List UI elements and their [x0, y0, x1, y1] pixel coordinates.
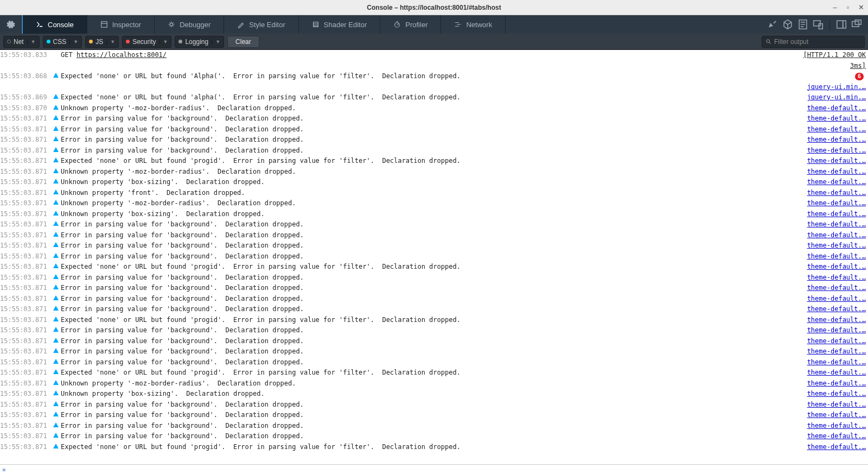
threed-view-button[interactable] — [782, 18, 794, 30]
source-link[interactable]: theme-default.… — [807, 295, 866, 302]
log-row-css-warning[interactable]: 15:55:03.871Expected 'none' or URL but f… — [0, 442, 868, 453]
dock-side-button[interactable] — [835, 18, 847, 30]
log-row-css-warning[interactable]: 15:55:03.871Expected 'none' or URL but f… — [0, 368, 868, 378]
window-minimize-button[interactable]: – — [832, 5, 838, 10]
log-row-css-warning[interactable]: 15:55:03.871Error in parsing value for '… — [0, 421, 868, 432]
tab-debugger[interactable]: Debugger — [155, 15, 224, 34]
log-row-css-warning[interactable]: 15:55:03.871Error in parsing value for '… — [0, 357, 868, 368]
log-row-css-warning[interactable]: 15:55:03.870Unknown property '-moz-borde… — [0, 103, 868, 114]
source-link[interactable]: theme-default.… — [807, 274, 866, 281]
source-link[interactable]: theme-default.… — [807, 210, 866, 218]
source-link[interactable]: theme-default.… — [807, 369, 866, 376]
source-link[interactable]: theme-default.… — [807, 199, 866, 207]
tab-profiler[interactable]: Profiler — [380, 15, 441, 34]
clear-button[interactable]: Clear — [227, 36, 259, 48]
log-row-css-warning[interactable]: 15:55:03.871Error in parsing value for '… — [0, 400, 868, 410]
log-row-css-warning[interactable]: 15:55:03.871Error in parsing value for '… — [0, 230, 868, 241]
source-link[interactable]: theme-default.… — [807, 252, 866, 260]
log-row-css-warning[interactable]: 15:55:03.871Error in parsing value for '… — [0, 325, 868, 336]
source-link[interactable]: jquery-ui.min.… — [807, 93, 866, 101]
settings-gear-button[interactable] — [0, 15, 22, 34]
dock-window-button[interactable] — [851, 18, 863, 30]
log-row-css-warning[interactable]: 15:55:03.871Error in parsing value for '… — [0, 219, 868, 230]
log-row-css-warning[interactable]: 15:55:03.871Unknown property '-moz-borde… — [0, 167, 868, 178]
chevron-down-icon[interactable]: ▼ — [69, 39, 78, 45]
console-output[interactable]: 15:55:03.833GET https://localhost:8001/[… — [0, 50, 868, 464]
chevron-down-icon[interactable]: ▼ — [27, 39, 36, 45]
log-row-css-warning[interactable]: 15:55:03.871Unknown property 'box-sizing… — [0, 389, 868, 400]
log-row-css-warning[interactable]: 15:55:03.871Error in parsing value for '… — [0, 273, 868, 283]
log-row-css-warning[interactable]: 15:55:03.871Unknown property 'box-sizing… — [0, 177, 868, 188]
filter-output-search[interactable] — [762, 36, 865, 48]
source-link[interactable]: theme-default.… — [807, 432, 866, 440]
tab-shader-editor[interactable]: Shader Editor — [299, 15, 381, 34]
source-link[interactable]: theme-default.… — [807, 136, 866, 143]
log-row-css-warning[interactable]: 15:55:03.871Error in parsing value for '… — [0, 251, 868, 262]
source-link[interactable]: theme-default.… — [807, 443, 866, 451]
source-link[interactable]: theme-default.… — [807, 411, 866, 419]
tab-inspector[interactable]: Inspector — [87, 15, 155, 34]
paint-flash-button[interactable] — [767, 18, 778, 30]
tab-network[interactable]: Network — [441, 15, 506, 34]
filter-logging-button[interactable]: Logging ▼ — [175, 36, 224, 48]
source-link[interactable]: theme-default.… — [807, 168, 866, 175]
log-row-css-warning[interactable]: 15:55:03.868Expected 'none' or URL but f… — [0, 71, 868, 92]
window-maximize-button[interactable]: ▫ — [845, 5, 851, 10]
source-link[interactable]: theme-default.… — [807, 147, 866, 154]
log-row-css-warning[interactable]: 15:55:03.871Error in parsing value for '… — [0, 135, 868, 146]
source-link[interactable]: theme-default.… — [807, 337, 866, 345]
source-link[interactable]: theme-default.… — [807, 390, 866, 397]
source-link[interactable]: theme-default.… — [807, 358, 866, 366]
filter-net-button[interactable]: Net ▼ — [3, 36, 40, 48]
log-row-css-warning[interactable]: 15:55:03.871Error in parsing value for '… — [0, 410, 868, 421]
filter-css-button[interactable]: CSS ▼ — [43, 36, 82, 48]
log-row-css-warning[interactable]: 15:55:03.871Unknown property 'front'. De… — [0, 188, 868, 199]
log-row-css-warning[interactable]: 15:55:03.871Unknown property '-moz-borde… — [0, 378, 868, 389]
window-close-button[interactable]: ✕ — [858, 5, 864, 10]
source-link[interactable]: theme-default.… — [807, 157, 866, 165]
source-link[interactable]: theme-default.… — [807, 284, 866, 292]
source-link[interactable]: theme-default.… — [807, 220, 866, 228]
tab-console[interactable]: Console — [22, 15, 87, 34]
log-row-network[interactable]: 15:55:03.833GET https://localhost:8001/[… — [0, 50, 868, 71]
responsive-design-button[interactable] — [812, 18, 824, 30]
request-url-link[interactable]: https://localhost:8001/ — [76, 51, 167, 59]
log-row-css-warning[interactable]: 15:55:03.871Error in parsing value for '… — [0, 124, 868, 135]
tab-style-editor[interactable]: Style Editor — [224, 15, 298, 34]
chevron-down-icon[interactable]: ▼ — [212, 39, 220, 45]
source-link[interactable]: theme-default.… — [807, 178, 866, 186]
source-link[interactable]: theme-default.… — [807, 380, 866, 387]
log-row-css-warning[interactable]: 15:55:03.871Error in parsing value for '… — [0, 294, 868, 305]
source-link[interactable]: theme-default.… — [807, 401, 866, 408]
log-row-css-warning[interactable]: 15:55:03.869Expected 'none' or URL but f… — [0, 92, 868, 103]
log-row-css-warning[interactable]: 15:55:03.871Expected 'none' or URL but f… — [0, 262, 868, 273]
source-link[interactable]: theme-default.… — [807, 263, 866, 270]
source-link[interactable]: theme-default.… — [807, 115, 866, 122]
source-link[interactable]: theme-default.… — [807, 104, 866, 112]
filter-security-button[interactable]: Security ▼ — [122, 36, 171, 48]
scratchpad-button[interactable] — [797, 18, 809, 30]
log-row-css-warning[interactable]: 15:55:03.871Error in parsing value for '… — [0, 113, 868, 124]
log-row-css-warning[interactable]: 15:55:03.871Error in parsing value for '… — [0, 304, 868, 315]
source-link[interactable]: theme-default.… — [807, 347, 866, 355]
log-row-css-warning[interactable]: 15:55:03.871Error in parsing value for '… — [0, 431, 868, 442]
source-link[interactable]: theme-default.… — [807, 125, 866, 133]
log-row-css-warning[interactable]: 15:55:03.871Error in parsing value for '… — [0, 241, 868, 251]
source-link[interactable]: theme-default.… — [807, 326, 866, 334]
chevron-down-icon[interactable]: ▼ — [159, 39, 168, 45]
source-link[interactable]: theme-default.… — [807, 422, 866, 429]
source-link[interactable]: theme-default.… — [807, 316, 866, 324]
log-row-css-warning[interactable]: 15:55:03.871Expected 'none' or URL but f… — [0, 315, 868, 326]
source-link[interactable]: theme-default.… — [807, 189, 866, 197]
console-prompt-bar[interactable]: » — [0, 464, 868, 474]
source-link[interactable]: theme-default.… — [807, 242, 866, 249]
log-row-css-warning[interactable]: 15:55:03.871Error in parsing value for '… — [0, 346, 868, 357]
source-link[interactable]: theme-default.… — [807, 305, 866, 313]
log-row-css-warning[interactable]: 15:55:03.871Expected 'none' or URL but f… — [0, 156, 868, 167]
http-status[interactable]: [HTTP/1.1 200 OK 3ms] — [803, 51, 866, 69]
filter-output-input[interactable] — [774, 38, 861, 46]
log-row-css-warning[interactable]: 15:55:03.871Unknown property '-moz-borde… — [0, 198, 868, 209]
log-row-css-warning[interactable]: 15:55:03.871Error in parsing value for '… — [0, 146, 868, 156]
source-link[interactable]: theme-default.… — [807, 231, 866, 239]
source-link[interactable]: jquery-ui.min.… — [807, 83, 866, 91]
